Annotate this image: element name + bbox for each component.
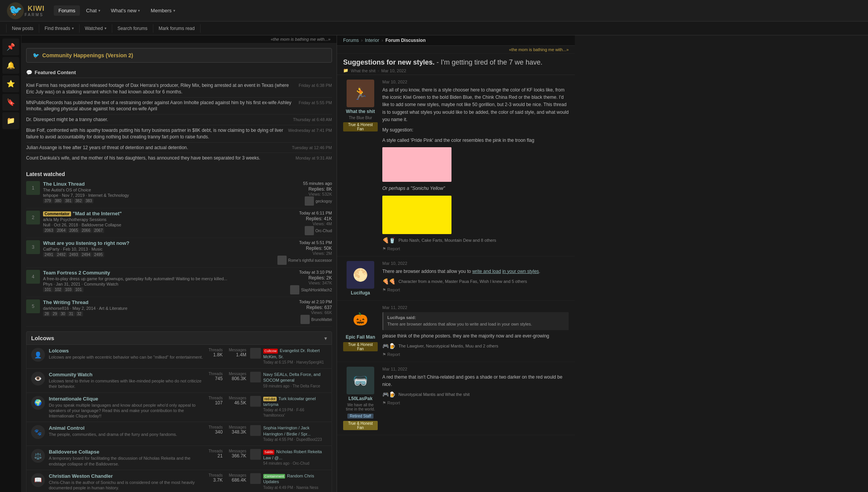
reaction-icon[interactable]: 🍕🥤 <box>382 237 395 243</box>
latest-thread-title[interactable]: Navy SEALs, Delta Force, and SOCOM gener… <box>263 372 320 382</box>
last-user-avatar <box>305 226 314 235</box>
watched-avatar: 4 <box>26 270 40 284</box>
page-num[interactable]: 2493 <box>68 252 80 257</box>
page-num[interactable]: 102 <box>53 287 63 292</box>
page-num[interactable]: 101 <box>43 287 53 292</box>
post-badge: True & Honest Fan <box>343 122 378 131</box>
thread-meta: 📁 What the shit · Mar 10, 2022 <box>343 68 569 73</box>
page-num[interactable]: 2495 <box>93 252 104 257</box>
strip-item-1[interactable]: 📌 <box>2 38 19 55</box>
post-left: 🌕 Lucifuga <box>343 261 378 296</box>
report-button[interactable]: ⚑ Report <box>382 401 400 405</box>
thread-main-title: Suggestions for new styles. - I'm gettin… <box>343 58 569 66</box>
page-num[interactable]: 380 <box>53 198 63 203</box>
happenings-title: 🐦 Community Happenings (Version 2) <box>33 52 325 58</box>
page-num[interactable]: 2063 <box>43 228 55 233</box>
page-num[interactable]: 379 <box>43 198 53 203</box>
page-num[interactable]: 2492 <box>55 252 67 257</box>
nav-chat[interactable]: Chat▾ <box>81 5 105 16</box>
watched-thread-title[interactable]: The Linux Thread <box>43 181 85 187</box>
post-paragraph: A style called 'Pride Pink' and the colo… <box>382 137 569 144</box>
nav-forums[interactable]: Forums <box>54 5 80 16</box>
watched-item: 2 Commentator"Mad at the Internet" a/k/a… <box>26 208 332 238</box>
reaction-icon[interactable]: 🎮🍺 <box>382 343 395 349</box>
nav-whats-new[interactable]: What's new▾ <box>106 5 145 16</box>
watched-thread-title[interactable]: What are you listening to right now? <box>43 240 129 246</box>
post-username[interactable]: What the shit <box>346 109 375 114</box>
sub-new-posts[interactable]: New posts <box>6 24 39 33</box>
watched-info: The Writing Thread darkhorse816 · May 2,… <box>43 299 296 316</box>
forum-icon: 🌍 <box>31 396 45 410</box>
post-avatar: 🏃 <box>347 80 374 107</box>
page-num[interactable]: 30 <box>59 311 66 316</box>
forum-latest-tag: Saldo <box>263 450 274 455</box>
watched-replies: Replies: 8K <box>303 186 332 192</box>
forum-name[interactable]: Lolcows <box>49 348 205 354</box>
latest-text: Containment Random Chris Updates Today a… <box>263 473 327 490</box>
watched-replies: Replies: 41K <box>299 216 332 221</box>
page-num[interactable]: 2491 <box>43 252 55 257</box>
watched-thread-title[interactable]: The Writing Thread <box>43 299 88 305</box>
featured-item-time: Tuesday at 12:46 PM <box>292 145 332 150</box>
breadcrumb-interior[interactable]: Interior <box>365 38 379 43</box>
watched-avatar: 1 <box>26 181 40 195</box>
color-box-yellow <box>382 196 451 234</box>
main-content: «the mom is bathing me with...» 🐦 Commun… <box>22 35 337 492</box>
page-num[interactable]: 2067 <box>93 228 104 233</box>
forum-name[interactable]: Internationale Clique <box>49 396 205 402</box>
inline-link[interactable]: write and load <box>472 269 501 274</box>
page-num[interactable]: 382 <box>74 198 83 203</box>
reaction-icon[interactable]: 🎮🍺 <box>382 391 395 397</box>
happenings-box[interactable]: 🐦 Community Happenings (Version 2) <box>26 48 332 63</box>
page-num[interactable]: 381 <box>63 198 73 203</box>
featured-item-text: Count Dankula's wife, and the mother of … <box>26 155 292 161</box>
watched-thread-title[interactable]: "Mad at the Internet" <box>73 211 122 216</box>
nav-members[interactable]: Members▾ <box>146 5 179 16</box>
inline-link[interactable]: in your own styles <box>502 269 539 274</box>
page-num[interactable]: 103 <box>63 287 73 292</box>
strip-item-5[interactable]: 📁 <box>2 112 19 129</box>
breadcrumb: Forums › Interior › Forum Discussion <box>337 35 575 46</box>
reaction-icon[interactable]: 🍕🍕 <box>382 278 395 284</box>
page-num[interactable]: 383 <box>84 198 94 203</box>
watched-views: Views: 347K <box>290 281 332 285</box>
page-num[interactable]: 101 <box>74 287 83 292</box>
report-button[interactable]: ⚑ Report <box>382 352 400 357</box>
forum-row: 👁️ Community Watch Lolcows tend to thriv… <box>26 369 332 393</box>
forum-latest: Cultcow Evangelist Dr. Robert McKim, Sr.… <box>250 348 327 365</box>
thread-tag: Commentator <box>43 211 71 216</box>
post-header: Mar 10, 2022 <box>382 80 569 84</box>
strip-item-4[interactable]: 🔖 <box>2 94 19 111</box>
report-button[interactable]: ⚑ Report <box>382 246 400 251</box>
page-num[interactable]: 31 <box>67 311 75 316</box>
page-num[interactable]: 2066 <box>80 228 92 233</box>
forum-desc: Lolcows are people with eccentric behavi… <box>49 354 205 360</box>
sub-watched[interactable]: Watched▾ <box>80 24 112 33</box>
breadcrumb-forums[interactable]: Forums <box>343 38 359 43</box>
sub-mark-read[interactable]: Mark forums read <box>153 24 201 33</box>
forum-name[interactable]: Community Watch <box>49 372 205 377</box>
sub-find-threads[interactable]: Find threads▾ <box>39 24 80 33</box>
post-username[interactable]: L50LasPak <box>349 396 373 401</box>
page-num[interactable]: 2064 <box>55 228 67 233</box>
page-num[interactable]: 28 <box>43 311 50 316</box>
post-username[interactable]: Epic Fail Man <box>346 334 375 340</box>
nav-whats-new-arrow: ▾ <box>138 8 140 13</box>
latest-thread-title[interactable]: Sophia Harrington / Jack Harrington / Bi… <box>263 426 311 436</box>
forum-name[interactable]: Christian Weston Chandler <box>49 473 205 479</box>
page-num[interactable]: 29 <box>51 311 58 316</box>
page-num[interactable]: 2494 <box>80 252 92 257</box>
forum-name[interactable]: Balldoverse Collapse <box>49 449 205 455</box>
post-username[interactable]: Lucifuga <box>351 290 370 296</box>
logo[interactable]: 🐦 KIWI FARMS <box>6 2 45 20</box>
watched-thread-title[interactable]: Team Fortress 2 Community <box>43 270 110 276</box>
sub-search-forums[interactable]: Search forums <box>112 24 153 33</box>
strip-item-2[interactable]: 🔔 <box>2 57 19 74</box>
lolcows-header[interactable]: Lolcows ▾ <box>26 331 332 345</box>
report-button[interactable]: ⚑ Report <box>382 288 400 292</box>
forum-name[interactable]: Animal Control <box>49 425 205 431</box>
post-content: Lucifuga said:There are browser addons t… <box>382 312 569 340</box>
page-num[interactable]: 2065 <box>68 228 80 233</box>
page-num[interactable]: 32 <box>76 311 83 316</box>
strip-item-3[interactable]: ⭐ <box>2 75 19 92</box>
